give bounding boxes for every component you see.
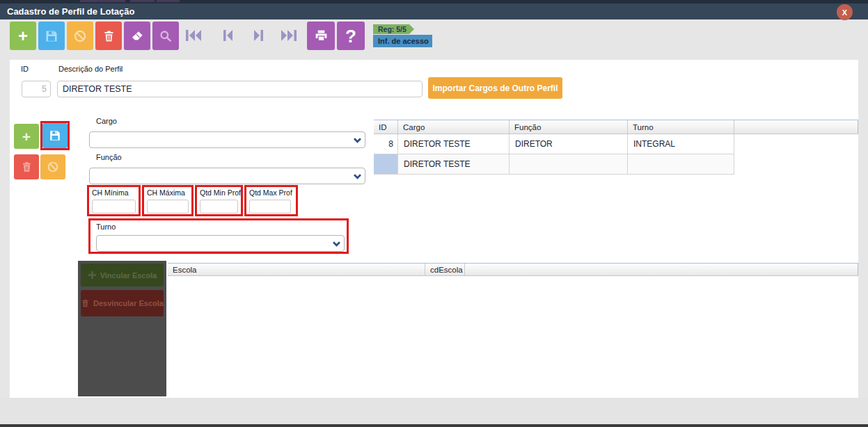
- save-cargo-highlight-box: [40, 121, 70, 150]
- descricao-label: Descrição do Perfil: [58, 65, 123, 73]
- table-row[interactable]: 8 DIRETOR TESTE DIRETOR INTEGRAL: [374, 134, 858, 154]
- vincular-escola-label: Vincular Escola: [100, 271, 157, 280]
- ch-minima-label: CH Mínima: [92, 188, 129, 197]
- nav-next-icon: [252, 27, 266, 44]
- delete-icon: [102, 29, 116, 43]
- cancel-icon: [47, 161, 59, 173]
- record-counter-badge: Reg: 5/5: [373, 24, 409, 34]
- cargos-table-header: ID Cargo Função Turno: [374, 120, 858, 134]
- delete-cargo-button[interactable]: [14, 154, 39, 179]
- close-icon: X: [842, 8, 847, 17]
- cancel-cargo-button[interactable]: [40, 154, 65, 179]
- cell-turno[interactable]: INTEGRAL: [628, 134, 734, 154]
- nav-last-button[interactable]: [279, 26, 299, 45]
- importar-cargos-button[interactable]: Importar Cargos de Outro Perfil: [428, 77, 562, 99]
- cell-cargo[interactable]: DIRETOR TESTE: [398, 134, 510, 154]
- access-info-badge[interactable]: Inf. de acesso: [373, 35, 432, 47]
- cell-funcao[interactable]: DIRETOR: [510, 134, 628, 154]
- add-record-button[interactable]: +: [10, 22, 36, 50]
- nav-previous-button[interactable]: [218, 26, 237, 45]
- id-label: ID: [21, 65, 29, 73]
- nav-next-button[interactable]: [249, 26, 269, 45]
- add-icon: +: [18, 28, 28, 45]
- ch-minima-highlight-box: CH Mínima: [87, 185, 141, 216]
- bottom-window-edge: [0, 424, 868, 427]
- add-icon: +: [22, 129, 31, 144]
- erase-button[interactable]: [124, 22, 150, 50]
- table-row[interactable]: DIRETOR TESTE: [374, 154, 858, 175]
- cancel-button[interactable]: [67, 22, 93, 50]
- close-button[interactable]: X: [837, 4, 853, 20]
- cargo-select[interactable]: [89, 131, 365, 148]
- cell-id-selected[interactable]: [374, 154, 398, 175]
- col-header-escola[interactable]: Escola: [168, 264, 425, 275]
- col-header-cargo[interactable]: Cargo: [398, 120, 510, 134]
- importar-cargos-label: Importar Cargos de Outro Perfil: [432, 83, 558, 93]
- col-header-blank: [734, 120, 858, 134]
- delete-record-button[interactable]: [95, 22, 122, 50]
- qtd-max-prof-field[interactable]: [249, 200, 291, 214]
- cancel-icon: [73, 29, 87, 43]
- descricao-field[interactable]: [57, 81, 423, 97]
- save-icon: [45, 29, 58, 43]
- print-icon: [314, 29, 329, 43]
- save-cargo-button[interactable]: [42, 123, 68, 148]
- cargos-table: ID Cargo Função Turno 8 DIRETOR TESTE DI…: [374, 120, 858, 175]
- col-header-cdescola[interactable]: cdEscola: [425, 264, 465, 275]
- turno-label: Turno: [96, 223, 116, 231]
- background-toolbar-fragment: [130, 0, 155, 2]
- escolas-table-header: Escola cdEscola: [168, 263, 858, 276]
- footer-bar: [0, 398, 868, 424]
- modal-titlebar: Cadastro de Perfil de Lotação: [0, 3, 868, 19]
- turno-select[interactable]: [96, 235, 345, 252]
- erase-icon: [130, 29, 144, 43]
- cell-id[interactable]: 8: [374, 134, 398, 154]
- col-header-turno[interactable]: Turno: [628, 120, 734, 134]
- ch-minima-field[interactable]: [92, 200, 136, 214]
- nav-first-icon: [184, 27, 203, 44]
- vincular-escola-button[interactable]: Vincular Escola: [81, 264, 164, 287]
- qtd-max-prof-highlight-box: Qtd Max Prof: [244, 185, 298, 216]
- chevron-down-icon: [349, 137, 365, 143]
- funcao-label: Função: [96, 153, 122, 161]
- search-button[interactable]: [152, 22, 179, 50]
- desvincular-escola-label: Desvincular Escola: [93, 299, 164, 307]
- qtd-max-prof-label: Qtd Max Prof: [249, 188, 292, 197]
- help-icon: ?: [345, 27, 356, 45]
- print-button[interactable]: [307, 22, 335, 50]
- escola-buttons-panel: Vincular Escola Desvincular Escola: [78, 261, 166, 396]
- background-toolbar-fragment: [80, 0, 125, 2]
- nav-first-button[interactable]: [184, 26, 203, 45]
- col-header-id[interactable]: ID: [374, 120, 398, 134]
- cargo-label: Cargo: [96, 117, 117, 125]
- chevron-down-icon: [349, 173, 365, 179]
- desvincular-escola-button[interactable]: Desvincular Escola: [81, 290, 164, 316]
- unlink-icon: [81, 298, 90, 308]
- id-field[interactable]: [22, 81, 51, 97]
- cell-cargo[interactable]: DIRETOR TESTE: [398, 154, 510, 175]
- chevron-down-icon: [329, 241, 344, 247]
- help-button[interactable]: ?: [337, 22, 365, 50]
- qtd-min-prof-highlight-box: Qtd Min Prof: [195, 185, 243, 216]
- nav-last-icon: [280, 27, 298, 44]
- add-cargo-button[interactable]: +: [14, 124, 39, 149]
- save-icon: [49, 129, 61, 142]
- window-title: Cadastro de Perfil de Lotação: [7, 3, 135, 19]
- background-toolbar-fragment: [157, 0, 180, 2]
- save-record-button[interactable]: [38, 22, 65, 50]
- funcao-select[interactable]: [89, 168, 365, 184]
- cell-blank: [734, 134, 858, 154]
- ch-maxima-highlight-box: CH Máxima: [142, 185, 194, 216]
- link-icon: [88, 271, 97, 280]
- ch-maxima-field[interactable]: [147, 200, 189, 214]
- ch-maxima-label: CH Máxima: [147, 188, 185, 197]
- col-header-blank: [465, 264, 858, 275]
- qtd-min-prof-field[interactable]: [200, 200, 238, 214]
- cell-turno[interactable]: [628, 154, 734, 175]
- col-header-funcao[interactable]: Função: [510, 120, 628, 134]
- escolas-table: Escola cdEscola: [168, 263, 858, 276]
- cell-funcao[interactable]: [510, 154, 628, 175]
- delete-icon: [21, 161, 33, 173]
- turno-highlight-box: Turno: [88, 218, 349, 254]
- nav-prev-icon: [221, 27, 235, 44]
